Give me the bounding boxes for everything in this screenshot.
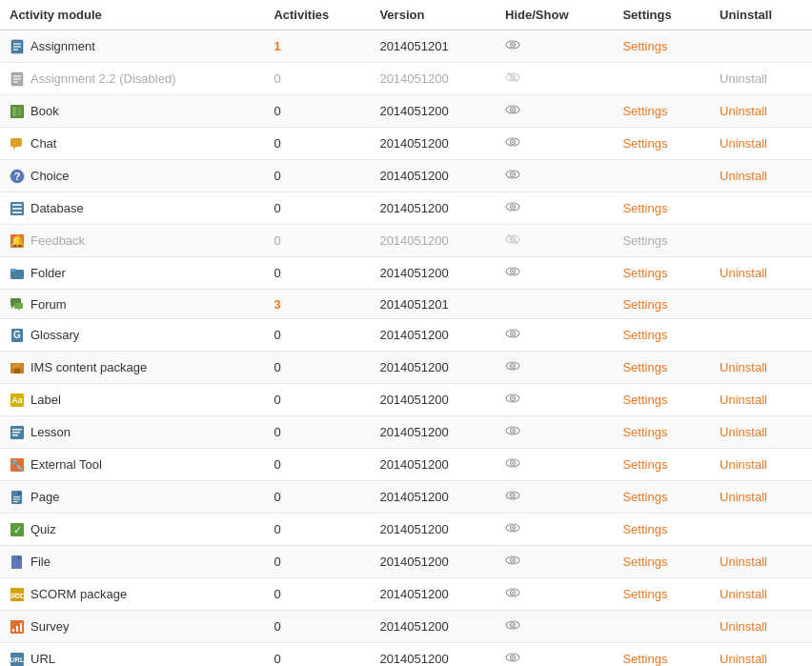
uninstall-link[interactable]: Uninstall <box>720 555 767 569</box>
settings-link[interactable]: Settings <box>622 457 667 472</box>
eye-slash-icon[interactable] <box>505 232 520 247</box>
hideshow-cell[interactable] <box>496 449 613 481</box>
settings-link[interactable]: Settings <box>622 360 667 374</box>
uninstall-link[interactable]: Uninstall <box>720 136 767 151</box>
uninstall-cell[interactable]: Uninstall <box>710 257 812 290</box>
hideshow-cell[interactable] <box>496 643 613 667</box>
uninstall-link[interactable]: Uninstall <box>720 619 767 634</box>
hideshow-cell[interactable] <box>496 319 613 352</box>
uninstall-link[interactable]: Uninstall <box>720 652 767 666</box>
uninstall-cell[interactable]: Uninstall <box>710 578 812 611</box>
hideshow-cell[interactable] <box>496 257 613 290</box>
activities-count[interactable]: 1 <box>274 39 280 53</box>
hideshow-cell[interactable] <box>496 192 613 225</box>
settings-link[interactable]: Settings <box>622 266 667 280</box>
eye-icon[interactable] <box>505 102 520 117</box>
uninstall-cell[interactable]: Uninstall <box>710 128 812 160</box>
uninstall-cell[interactable]: Uninstall <box>710 384 812 416</box>
hideshow-cell[interactable] <box>496 128 613 160</box>
hideshow-cell[interactable] <box>496 95 613 128</box>
settings-cell[interactable]: Settings <box>613 514 710 546</box>
settings-cell[interactable]: Settings <box>613 290 710 319</box>
uninstall-cell[interactable]: Uninstall <box>710 95 812 128</box>
settings-link[interactable]: Settings <box>622 652 667 666</box>
uninstall-cell[interactable]: Uninstall <box>710 352 812 384</box>
settings-cell[interactable]: Settings <box>613 192 710 225</box>
hideshow-cell[interactable] <box>496 481 613 514</box>
settings-cell[interactable]: Settings <box>613 319 710 352</box>
hideshow-cell[interactable] <box>496 514 613 546</box>
eye-icon[interactable] <box>505 37 520 52</box>
settings-cell[interactable]: Settings <box>613 128 710 160</box>
uninstall-link[interactable]: Uninstall <box>720 393 767 407</box>
settings-link[interactable]: Settings <box>622 555 667 569</box>
eye-icon[interactable] <box>505 488 520 503</box>
uninstall-link[interactable]: Uninstall <box>720 360 767 374</box>
activities-count[interactable]: 3 <box>274 297 280 312</box>
eye-icon[interactable] <box>505 391 520 406</box>
eye-icon[interactable] <box>505 650 520 665</box>
uninstall-link[interactable]: Uninstall <box>720 104 767 118</box>
settings-link[interactable]: Settings <box>622 490 667 504</box>
hideshow-cell[interactable] <box>496 63 613 95</box>
uninstall-cell[interactable]: Uninstall <box>710 546 812 578</box>
uninstall-link[interactable]: Uninstall <box>720 169 767 183</box>
hideshow-cell[interactable] <box>496 290 613 319</box>
settings-link[interactable]: Settings <box>622 425 667 439</box>
settings-cell[interactable]: Settings <box>613 257 710 290</box>
settings-cell[interactable]: Settings <box>613 578 710 611</box>
settings-link[interactable]: Settings <box>622 104 667 118</box>
hideshow-cell[interactable] <box>496 30 613 63</box>
eye-icon[interactable] <box>505 520 520 535</box>
eye-icon[interactable] <box>505 423 520 438</box>
hideshow-cell[interactable] <box>496 578 613 611</box>
settings-link[interactable]: Settings <box>622 522 667 536</box>
hideshow-cell[interactable] <box>496 225 613 257</box>
settings-cell[interactable]: Settings <box>613 546 710 578</box>
uninstall-link[interactable]: Uninstall <box>720 425 767 439</box>
hideshow-cell[interactable] <box>496 416 613 449</box>
uninstall-link[interactable]: Uninstall <box>720 266 767 280</box>
uninstall-cell[interactable]: Uninstall <box>710 160 812 192</box>
eye-icon[interactable] <box>505 358 520 373</box>
settings-link[interactable]: Settings <box>622 393 667 407</box>
eye-icon[interactable] <box>505 326 520 341</box>
uninstall-cell[interactable]: Uninstall <box>710 416 812 449</box>
settings-cell[interactable]: Settings <box>613 30 710 63</box>
eye-icon[interactable] <box>505 199 520 214</box>
hideshow-cell[interactable] <box>496 546 613 578</box>
settings-link[interactable]: Settings <box>622 136 667 151</box>
uninstall-cell[interactable]: Uninstall <box>710 449 812 481</box>
eye-icon[interactable] <box>505 455 520 471</box>
eye-icon[interactable] <box>505 134 520 150</box>
hideshow-cell[interactable] <box>496 352 613 384</box>
hideshow-cell[interactable] <box>496 384 613 416</box>
uninstall-link[interactable]: Uninstall <box>720 587 767 601</box>
uninstall-cell <box>710 192 812 225</box>
eye-icon[interactable] <box>505 585 520 600</box>
settings-cell[interactable]: Settings <box>613 481 710 514</box>
eye-icon[interactable] <box>505 264 520 279</box>
settings-cell[interactable]: Settings <box>613 352 710 384</box>
uninstall-link[interactable]: Uninstall <box>720 457 767 472</box>
settings-cell[interactable]: Settings <box>613 449 710 481</box>
uninstall-cell[interactable]: Uninstall <box>710 481 812 514</box>
settings-link[interactable]: Settings <box>622 297 667 312</box>
settings-link[interactable]: Settings <box>622 328 667 342</box>
uninstall-link[interactable]: Uninstall <box>720 490 767 504</box>
uninstall-cell[interactable]: Uninstall <box>710 643 812 667</box>
settings-link[interactable]: Settings <box>622 201 667 215</box>
settings-cell[interactable]: Settings <box>613 384 710 416</box>
eye-slash-icon[interactable] <box>505 70 520 85</box>
settings-cell[interactable]: Settings <box>613 95 710 128</box>
hideshow-cell[interactable] <box>496 160 613 192</box>
eye-icon[interactable] <box>505 553 520 568</box>
settings-cell[interactable]: Settings <box>613 416 710 449</box>
hideshow-cell[interactable] <box>496 611 613 643</box>
settings-cell[interactable]: Settings <box>613 643 710 667</box>
eye-icon[interactable] <box>505 617 520 633</box>
eye-icon[interactable] <box>505 167 520 182</box>
settings-link[interactable]: Settings <box>622 587 667 601</box>
settings-link[interactable]: Settings <box>622 39 667 53</box>
uninstall-cell[interactable]: Uninstall <box>710 611 812 643</box>
